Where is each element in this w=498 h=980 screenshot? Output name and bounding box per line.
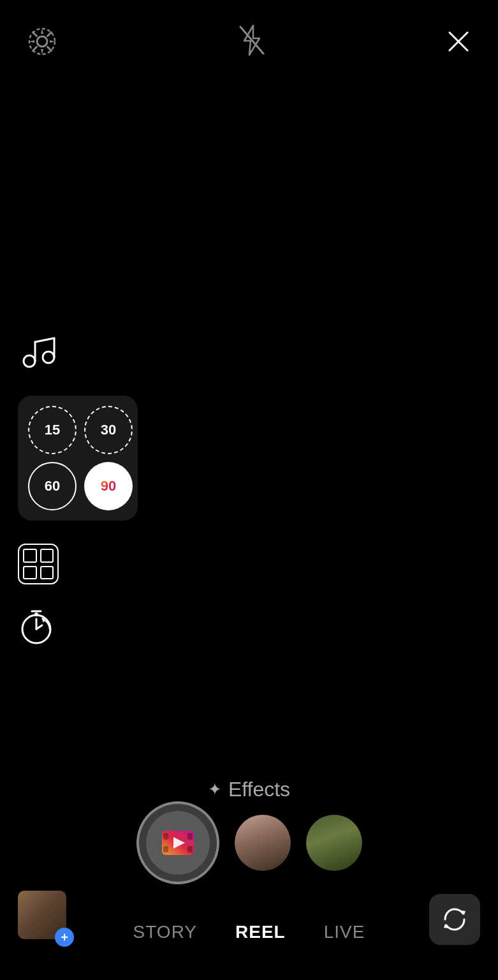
- timer-30-button[interactable]: 30: [84, 406, 133, 454]
- top-bar: [0, 0, 498, 64]
- bottom-nav: STORY REEL LIVE: [0, 897, 498, 980]
- timer-panel: 15 30 60 90: [18, 396, 138, 521]
- gallery-corner-button[interactable]: +: [18, 891, 69, 942]
- left-tools: 15 30 60 90: [18, 332, 138, 647]
- layout-cell-bl: [23, 566, 37, 580]
- settings-button[interactable]: [26, 25, 59, 58]
- flash-off-button[interactable]: [239, 24, 265, 59]
- timer-60-button[interactable]: 60: [28, 462, 77, 510]
- svg-line-9: [35, 338, 54, 342]
- timer-90-button[interactable]: 90: [84, 462, 133, 510]
- nav-live[interactable]: LIVE: [324, 922, 365, 942]
- svg-point-14: [34, 612, 38, 616]
- svg-point-6: [43, 352, 54, 363]
- svg-rect-17: [163, 833, 168, 840]
- nav-reel[interactable]: REEL: [235, 922, 286, 942]
- svg-point-0: [37, 36, 47, 47]
- effects-button[interactable]: ✦ Effects: [208, 778, 290, 801]
- sparkle-icon: ✦: [208, 780, 222, 799]
- countdown-timer-button[interactable]: [18, 607, 55, 647]
- effects-label: Effects: [228, 778, 290, 801]
- layout-button[interactable]: [18, 544, 59, 584]
- layout-cell-tr: [40, 549, 54, 563]
- gallery-thumb-2[interactable]: [306, 815, 362, 871]
- layout-cell-tl: [23, 549, 37, 563]
- flip-camera-button[interactable]: [429, 894, 480, 945]
- svg-point-5: [24, 355, 35, 367]
- music-button[interactable]: [18, 332, 59, 373]
- svg-rect-19: [187, 833, 193, 840]
- close-button[interactable]: [444, 27, 472, 56]
- svg-rect-18: [163, 846, 168, 852]
- shutter-inner: [146, 811, 210, 875]
- camera-controls: [0, 801, 498, 884]
- record-button[interactable]: [136, 801, 219, 884]
- timer-15-button[interactable]: 15: [28, 406, 77, 454]
- gallery-thumb-1[interactable]: [235, 815, 291, 871]
- svg-rect-20: [187, 846, 193, 852]
- nav-story[interactable]: STORY: [133, 922, 197, 942]
- gallery-plus-icon: +: [55, 928, 74, 947]
- layout-cell-br: [40, 566, 54, 580]
